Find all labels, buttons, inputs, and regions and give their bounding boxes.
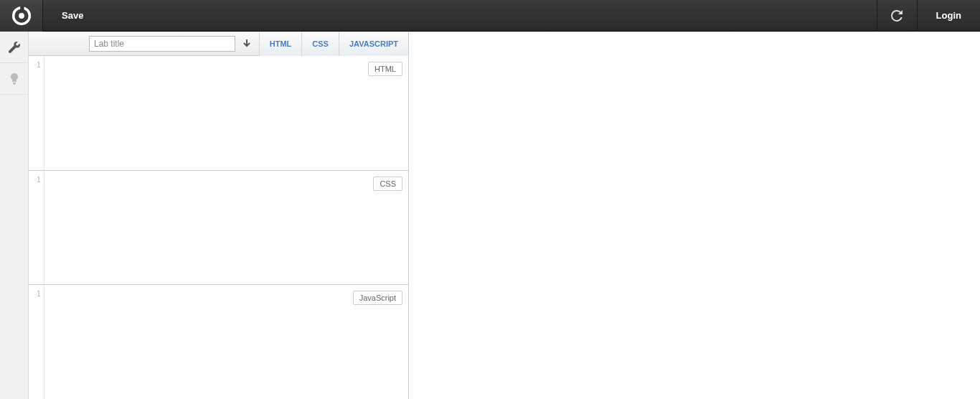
tab-html[interactable]: HTML xyxy=(259,32,302,57)
logo[interactable] xyxy=(0,0,43,32)
editor-body-js[interactable]: JavaScript xyxy=(44,285,408,399)
svg-point-1 xyxy=(19,13,24,19)
sidebar-item-hints[interactable] xyxy=(0,63,29,95)
login-button[interactable]: Login xyxy=(917,0,980,32)
arrow-down-icon xyxy=(242,39,251,48)
wrench-icon xyxy=(9,42,20,53)
editor-body-html[interactable]: HTML xyxy=(44,56,408,170)
lightbulb-icon xyxy=(9,73,20,85)
tab-css[interactable]: CSS xyxy=(301,32,339,57)
header-left: Save xyxy=(43,10,83,21)
line-number: 1 xyxy=(36,289,41,299)
editor-tabs: HTML CSS JAVASCRIPT xyxy=(259,32,408,56)
editor-label-html: HTML xyxy=(368,62,402,76)
editor-label-css: CSS xyxy=(373,177,402,191)
tab-javascript[interactable]: JAVASCRIPT xyxy=(339,32,408,57)
refresh-button[interactable] xyxy=(877,0,917,32)
editor-label-js: JavaScript xyxy=(353,291,402,305)
gutter-html: 1 xyxy=(29,56,44,170)
svg-rect-2 xyxy=(20,6,24,12)
editor-pane-css: 1 CSS xyxy=(29,171,408,286)
editor-pane-js: 1 JavaScript xyxy=(29,285,408,399)
editor-pane-html: 1 HTML xyxy=(29,56,408,171)
logo-icon xyxy=(11,6,32,26)
editor-body-css[interactable]: CSS xyxy=(44,171,408,285)
editor-toolbar: HTML CSS JAVASCRIPT xyxy=(29,32,408,56)
left-sidebar xyxy=(0,32,29,399)
editors-container: 1 HTML 1 CSS 1 xyxy=(29,56,408,399)
refresh-icon xyxy=(891,10,903,22)
top-header: Save Login xyxy=(0,0,980,32)
editor-column: HTML CSS JAVASCRIPT 1 HTML 1 xyxy=(29,32,409,399)
download-button[interactable] xyxy=(240,36,255,52)
line-number: 1 xyxy=(36,175,41,184)
content: HTML CSS JAVASCRIPT 1 HTML 1 xyxy=(29,32,980,399)
gutter-css: 1 xyxy=(29,171,44,285)
main-container: HTML CSS JAVASCRIPT 1 HTML 1 xyxy=(0,32,980,399)
sidebar-item-settings[interactable] xyxy=(0,32,29,63)
gutter-js: 1 xyxy=(29,285,44,399)
line-number: 1 xyxy=(36,60,41,70)
lab-title-input[interactable] xyxy=(89,36,235,52)
preview-pane xyxy=(409,32,980,399)
header-right: Login xyxy=(877,0,980,31)
save-button[interactable]: Save xyxy=(62,10,83,21)
